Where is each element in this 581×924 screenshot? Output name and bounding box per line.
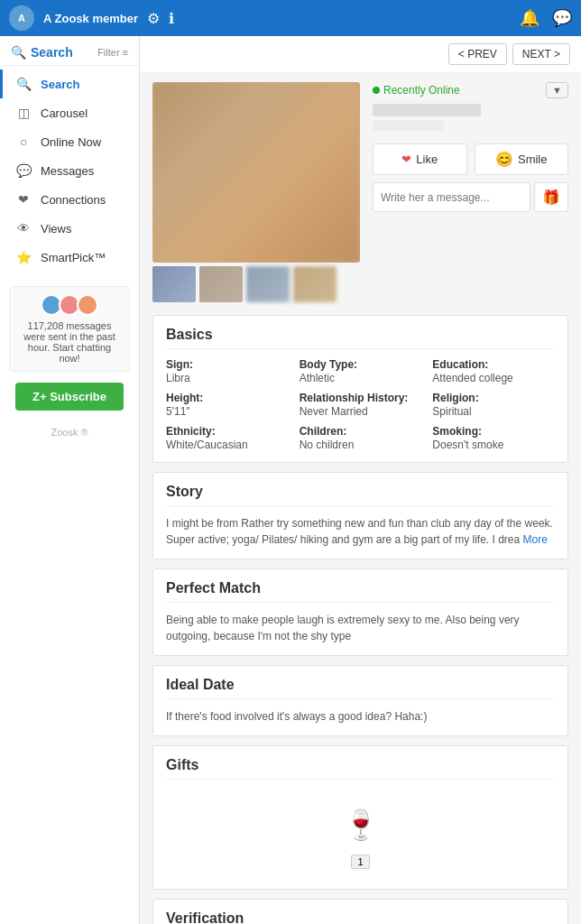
ideal-date-title: Ideal Date	[166, 677, 555, 699]
connections-icon: ❤	[15, 192, 32, 207]
sidebar-search-row: 🔍 Search Filter ≡	[0, 36, 139, 66]
views-icon: 👁	[15, 221, 32, 236]
basics-height: Height: 5'11"	[166, 392, 289, 418]
sidebar-item-connections[interactable]: ❤ Connections	[0, 185, 139, 214]
basics-smoking: Smoking: Doesn't smoke	[432, 425, 555, 451]
gift-item-wine: 🍷 1	[338, 798, 383, 869]
profile-details-blurred	[373, 120, 445, 131]
promo-avatars	[17, 294, 122, 316]
user-avatar: A	[9, 5, 34, 31]
profile-info: Recently Online ▼ ❤ Like 😊 Smile	[373, 82, 568, 302]
basics-grid: Sign: Libra Body Type: Athletic Educatio…	[166, 358, 555, 451]
basics-section: Basics Sign: Libra Body Type: Athletic E…	[152, 315, 568, 463]
profile-name-blurred	[373, 104, 481, 116]
online-icon: ○	[15, 134, 32, 149]
thumb-1[interactable]	[152, 266, 196, 302]
thumb-4[interactable]	[293, 266, 337, 302]
notification-bell-icon[interactable]: 🔔	[520, 8, 540, 28]
main-layout: 🔍 Search Filter ≡ 🔍 Search ◫ Carousel ○ …	[0, 36, 581, 924]
promo-avatar-3	[77, 294, 98, 316]
sidebar-item-messages[interactable]: 💬 Messages	[0, 156, 139, 185]
profile-images	[152, 82, 360, 302]
action-buttons: ❤ Like 😊 Smile	[373, 143, 568, 175]
profile-content: Recently Online ▼ ❤ Like 😊 Smile	[140, 73, 581, 924]
story-more-link[interactable]: More	[523, 533, 548, 546]
story-text: I might be from Rather try something new…	[166, 515, 555, 548]
online-badge: Recently Online	[373, 84, 460, 97]
story-section: Story I might be from Rather try somethi…	[152, 472, 568, 559]
message-input[interactable]	[373, 182, 530, 212]
perfect-match-section: Perfect Match Being able to make people …	[152, 568, 568, 656]
gift-count: 1	[351, 855, 369, 869]
thumb-2[interactable]	[199, 266, 243, 302]
basics-education: Education: Attended college	[432, 358, 555, 384]
expand-button[interactable]: ▼	[546, 82, 568, 98]
basics-title: Basics	[166, 327, 555, 349]
photo-thumbnails	[152, 266, 360, 302]
filter-icon: ≡	[123, 47, 128, 58]
story-title: Story	[166, 484, 555, 506]
smile-button[interactable]: 😊 Smile	[475, 143, 569, 175]
sidebar-promo: 117,208 messages were sent in the past h…	[9, 286, 130, 372]
online-status-text: Recently Online	[383, 84, 460, 97]
sidebar-filter[interactable]: Filter ≡	[97, 47, 128, 58]
verification-section: Verification f Facebook Verified ✅	[152, 899, 568, 924]
smile-emoji-icon: 😊	[495, 151, 513, 168]
subscribe-button[interactable]: Z+ Subscribe	[15, 383, 124, 411]
app-header: A A Zoosk member ⚙ ℹ 🔔 💬	[0, 0, 581, 36]
sidebar-item-online-now[interactable]: ○ Online Now	[0, 127, 139, 156]
search-icon: 🔍	[11, 45, 26, 60]
carousel-icon: ◫	[15, 106, 32, 120]
profile-topbar: < PREV NEXT >	[140, 36, 581, 73]
sidebar-nav: 🔍 Search ◫ Carousel ○ Online Now 💬 Messa…	[0, 66, 139, 275]
message-row: 🎁	[373, 182, 568, 212]
smartpick-icon: ⭐	[15, 250, 32, 264]
username-label: A Zoosk member	[43, 12, 138, 25]
verification-title: Verification	[166, 910, 555, 924]
like-heart-icon: ❤	[401, 152, 411, 166]
basics-relationship: Relationship History: Never Married	[300, 392, 422, 418]
prev-button[interactable]: < PREV	[448, 43, 507, 65]
basics-sign: Sign: Libra	[166, 358, 289, 384]
online-status-row: Recently Online ▼	[373, 82, 568, 98]
main-content: < PREV NEXT >	[140, 36, 581, 924]
header-left: A A Zoosk member ⚙ ℹ	[9, 5, 174, 31]
search-nav-icon: 🔍	[15, 77, 32, 91]
gifts-content: 🍷 1	[166, 789, 555, 878]
basics-ethnicity: Ethnicity: White/Caucasian	[166, 425, 289, 451]
gifts-section: Gifts 🍷 1	[152, 745, 568, 890]
chat-icon[interactable]: 💬	[552, 8, 572, 28]
ideal-date-section: Ideal Date If there's food involved it's…	[152, 665, 568, 736]
thumb-3[interactable]	[246, 266, 290, 302]
header-right: 🔔 💬	[520, 8, 572, 28]
promo-text: 117,208 messages were sent in the past h…	[23, 320, 115, 364]
sidebar-item-search[interactable]: 🔍 Search	[0, 69, 139, 98]
sidebar-item-smartpick[interactable]: ⭐ SmartPick™	[0, 243, 139, 272]
online-dot	[373, 87, 380, 94]
sidebar-footer: Zoosk ®	[0, 420, 139, 445]
main-profile-photo[interactable]	[152, 82, 360, 263]
basics-religion: Religion: Spiritual	[432, 392, 555, 418]
help-icon[interactable]: ℹ	[169, 10, 174, 27]
gifts-title: Gifts	[166, 757, 555, 780]
perfect-match-text: Being able to make people laugh is extre…	[166, 612, 555, 644]
sidebar: 🔍 Search Filter ≡ 🔍 Search ◫ Carousel ○ …	[0, 36, 140, 924]
profile-card: Recently Online ▼ ❤ Like 😊 Smile	[152, 82, 568, 302]
sidebar-search-label[interactable]: 🔍 Search	[11, 45, 73, 60]
next-button[interactable]: NEXT >	[512, 43, 570, 65]
ideal-date-text: If there's food involved it's always a g…	[166, 708, 555, 725]
messages-icon: 💬	[15, 163, 32, 178]
nav-buttons: < PREV NEXT >	[448, 43, 570, 65]
basics-body-type: Body Type: Athletic	[300, 358, 422, 384]
settings-icon[interactable]: ⚙	[147, 10, 160, 27]
photo-blur	[152, 82, 360, 263]
perfect-match-title: Perfect Match	[166, 580, 555, 603]
like-button[interactable]: ❤ Like	[373, 143, 467, 175]
basics-children: Children: No children	[300, 425, 422, 451]
sidebar-item-views[interactable]: 👁 Views	[0, 214, 139, 243]
gift-button[interactable]: 🎁	[534, 182, 568, 212]
wine-gift-icon: 🍷	[338, 798, 383, 852]
sidebar-item-carousel[interactable]: ◫ Carousel	[0, 98, 139, 127]
